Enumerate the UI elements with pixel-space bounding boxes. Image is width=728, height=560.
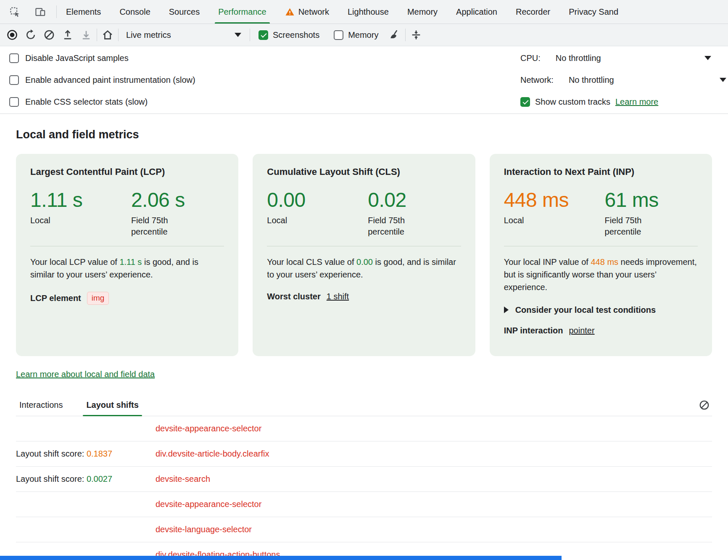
record-icon[interactable]	[4, 27, 20, 43]
device-toolbar-icon[interactable]	[32, 4, 48, 20]
chevron-down-icon	[235, 33, 241, 37]
history-dropdown-value: Live metrics	[126, 30, 171, 40]
custom-tracks-learn-more-link[interactable]: Learn more	[615, 97, 658, 107]
memory-checkbox[interactable]: Memory	[328, 30, 384, 40]
triangle-right-icon	[504, 306, 509, 313]
save-profile-icon[interactable]	[78, 27, 94, 43]
chevron-down-icon	[704, 56, 711, 60]
chevron-down-icon	[720, 78, 726, 82]
toolbar-separator	[97, 29, 97, 41]
cls-local-value: 0.00	[267, 189, 368, 211]
inp-local-value: 448 ms	[504, 189, 605, 211]
inp-field-label: Field 75th percentile	[605, 215, 668, 238]
broom-icon[interactable]	[387, 27, 403, 43]
network-label: Network:	[520, 75, 554, 85]
show-custom-tracks-label: Show custom tracks	[535, 97, 610, 107]
lcp-card-title: Largest Contentful Paint (LCP)	[30, 166, 224, 177]
inp-desc-highlight: 448 ms	[591, 257, 618, 267]
history-dropdown[interactable]: Live metrics	[121, 26, 247, 43]
cls-card: Cumulative Layout Shift (CLS) 0.00 Local…	[253, 154, 475, 356]
layout-shift-row: Layout shift score: 0.0027 devsite-searc…	[16, 467, 712, 492]
cls-field-label: Field 75th percentile	[368, 215, 431, 238]
tab-privacy-sandbox[interactable]: Privacy Sand	[559, 0, 628, 24]
tab-recorder[interactable]: Recorder	[506, 0, 559, 24]
inp-description: Your local INP value of 448 ms needs imp…	[504, 256, 698, 293]
lcp-field-label: Field 75th percentile	[131, 215, 194, 238]
tab-bar-left-icons	[0, 0, 56, 24]
lcp-card: Largest Contentful Paint (LCP) 1.11 s Lo…	[16, 154, 238, 356]
layout-shift-node-link[interactable]: devsite-search	[156, 474, 210, 484]
local-field-data-learn-more-link[interactable]: Learn more about local and field data	[16, 370, 155, 379]
cls-local-label: Local	[267, 215, 330, 226]
cpu-value: No throttling	[556, 53, 601, 63]
tab-network[interactable]: Network	[276, 0, 338, 24]
advanced-paint-label: Enable advanced paint instrumentation (s…	[25, 75, 195, 85]
worst-cluster-link[interactable]: 1 shift	[327, 292, 349, 301]
lcp-field-value: 2.06 s	[131, 189, 194, 211]
metric-cards: Largest Contentful Paint (LCP) 1.11 s Lo…	[16, 154, 712, 356]
tab-elements[interactable]: Elements	[57, 0, 110, 24]
toolbar-separator	[405, 29, 406, 41]
tab-memory[interactable]: Memory	[398, 0, 447, 24]
inp-card: Interaction to Next Paint (INP) 448 ms L…	[490, 154, 712, 356]
layout-shift-node-link[interactable]: devsite-appearance-selector	[156, 499, 261, 509]
capture-options: Disable JavaScript samples Enable advanc…	[0, 46, 728, 114]
tab-application[interactable]: Application	[447, 0, 506, 24]
card-divider	[30, 246, 224, 246]
layout-shift-row: Layout shift score: 0.1837 div.devsite-a…	[16, 441, 712, 467]
reload-record-icon[interactable]	[23, 27, 39, 43]
layout-shift-row: devsite-appearance-selector	[16, 416, 712, 441]
inp-interaction-link[interactable]: pointer	[569, 326, 594, 335]
tab-performance[interactable]: Performance	[209, 0, 276, 24]
local-test-conditions-disclosure[interactable]: Consider your local test conditions	[504, 305, 698, 315]
advanced-paint-box	[9, 75, 19, 85]
throttling-options: CPU: No throttling Network: No throttlin…	[520, 47, 728, 113]
worst-cluster-label: Worst cluster	[267, 292, 320, 301]
layout-shifts-list: devsite-appearance-selector Layout shift…	[16, 416, 712, 560]
toolbar-separator	[250, 29, 250, 41]
layout-shift-node-link[interactable]: devsite-language-selector	[156, 525, 252, 534]
devtools-performance-panel: Elements Console Sources Performance Net…	[0, 0, 728, 560]
bottom-highlight-bar	[0, 556, 562, 560]
lcp-description: Your local LCP value of 1.11 s is good, …	[30, 256, 224, 281]
cpu-label: CPU:	[520, 53, 541, 63]
network-throttling-select[interactable]: Network: No throttling	[520, 69, 728, 91]
network-warning-icon	[285, 7, 295, 17]
layout-shift-node-link[interactable]: div.devsite-article-body.clearfix	[156, 449, 269, 459]
cpu-throttling-select[interactable]: CPU: No throttling	[520, 47, 728, 69]
tab-layout-shifts[interactable]: Layout shifts	[83, 394, 142, 416]
load-profile-icon[interactable]	[60, 27, 76, 43]
tab-sources[interactable]: Sources	[160, 0, 209, 24]
cls-card-title: Cumulative Layout Shift (CLS)	[267, 166, 461, 177]
clear-log-icon[interactable]	[696, 397, 712, 413]
disable-js-samples-label: Disable JavaScript samples	[25, 53, 129, 63]
tab-interactions[interactable]: Interactions	[16, 394, 66, 416]
toolbar-separator	[118, 29, 119, 41]
layout-shift-row: devsite-language-selector	[16, 517, 712, 542]
show-custom-tracks-checkbox[interactable]	[520, 97, 530, 107]
network-value: No throttling	[569, 75, 614, 85]
layout-shift-score: Layout shift score: 0.0027	[16, 474, 156, 484]
screenshots-checkbox[interactable]: Screenshots	[253, 30, 325, 40]
tab-lighthouse[interactable]: Lighthouse	[338, 0, 398, 24]
lcp-desc-highlight: 1.11 s	[119, 257, 142, 267]
panel-tabs: Elements Console Sources Performance Net…	[57, 0, 628, 24]
vertical-align-icon[interactable]	[408, 27, 424, 43]
tab-console[interactable]: Console	[110, 0, 159, 24]
home-icon[interactable]	[100, 27, 116, 43]
score-value: 0.1837	[87, 449, 112, 458]
layout-shift-score: Layout shift score: 0.1837	[16, 449, 156, 459]
performance-toolbar: Live metrics Screenshots Memory	[0, 24, 728, 46]
css-selector-stats-label: Enable CSS selector stats (slow)	[25, 97, 148, 107]
local-test-conditions-label: Consider your local test conditions	[515, 305, 656, 315]
layout-shift-row: devsite-appearance-selector	[16, 492, 712, 517]
screenshots-checkbox-box	[258, 30, 268, 40]
show-custom-tracks-row: Show custom tracks Learn more	[520, 91, 728, 113]
live-metrics-view: Local and field metrics Largest Contentf…	[0, 128, 728, 560]
lcp-element-node-link[interactable]: img	[87, 292, 109, 305]
layout-shift-node-link[interactable]: devsite-appearance-selector	[156, 424, 261, 433]
page-title: Local and field metrics	[16, 128, 712, 141]
cls-description: Your local CLS value of 0.00 is good, an…	[267, 256, 461, 281]
inspect-element-icon[interactable]	[7, 4, 23, 20]
clear-recording-icon[interactable]	[41, 27, 57, 43]
